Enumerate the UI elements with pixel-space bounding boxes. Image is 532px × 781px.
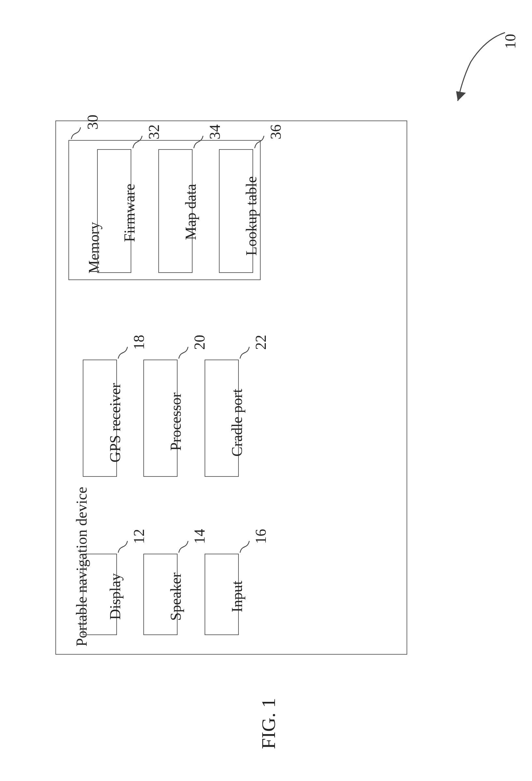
leader-display — [117, 540, 129, 554]
leader-mapdata — [193, 135, 204, 149]
label-lookup: Lookup table — [243, 176, 260, 256]
diagram-page: 10 Portable navigation device Display 12… — [0, 0, 532, 781]
label-speaker: Speaker — [167, 573, 185, 621]
ref-16: 16 — [252, 529, 270, 544]
leader-input — [239, 540, 250, 554]
leader-memory — [70, 126, 82, 140]
ref-14: 14 — [191, 529, 208, 544]
label-mapdata: Map data — [182, 184, 199, 240]
ref-10: 10 — [502, 34, 519, 49]
ref-18: 18 — [130, 335, 148, 350]
ref-34: 34 — [206, 124, 223, 139]
ref-22: 22 — [252, 335, 270, 350]
figure-caption: FIG. 1 — [257, 698, 280, 749]
leader-speaker — [177, 540, 189, 554]
ref-12: 12 — [130, 529, 148, 544]
leader-firmware — [132, 135, 144, 149]
label-processor: Processor — [167, 393, 185, 451]
label-display: Display — [107, 573, 124, 620]
label-firmware: Firmware — [121, 184, 138, 242]
label-gps: GPS receiver — [107, 383, 124, 462]
leader-gps — [117, 346, 129, 360]
ref-30: 30 — [84, 115, 101, 130]
leader-cradle — [239, 346, 250, 360]
ref-32: 32 — [145, 124, 163, 139]
ref-36: 36 — [267, 124, 284, 139]
ref-20: 20 — [191, 335, 208, 350]
leader-lookup — [253, 135, 265, 149]
label-cradle: Cradle port — [229, 389, 246, 457]
label-input: Input — [229, 581, 246, 612]
leader-processor — [177, 346, 189, 360]
